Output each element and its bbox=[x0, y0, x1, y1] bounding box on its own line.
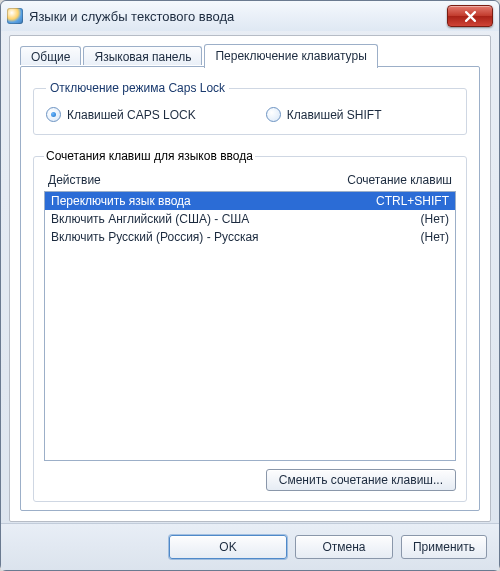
tab-page: Отключение режима Caps Lock Клавишей CAP… bbox=[20, 66, 480, 511]
tab-label: Общие bbox=[31, 50, 70, 64]
col-shortcut-header: Сочетание клавиш bbox=[322, 173, 452, 187]
row-shortcut: (Нет) bbox=[339, 230, 449, 244]
row-action: Включить Русский (Россия) - Русская bbox=[51, 230, 339, 244]
dialog-footer: OK Отмена Применить bbox=[1, 523, 499, 570]
hotkeys-list[interactable]: Переключить язык ввода CTRL+SHIFT Включи… bbox=[44, 191, 456, 461]
client-area: Общие Языковая панель Переключение клави… bbox=[9, 35, 491, 522]
list-row[interactable]: Включить Русский (Россия) - Русская (Нет… bbox=[45, 228, 455, 246]
ok-button[interactable]: OK bbox=[169, 535, 287, 559]
capslock-legend: Отключение режима Caps Lock bbox=[46, 81, 229, 95]
dialog-window: Языки и службы текстового ввода Общие Яз… bbox=[0, 0, 500, 571]
radio-label: Клавишей SHIFT bbox=[287, 108, 382, 122]
radio-dot-icon bbox=[266, 107, 281, 122]
row-shortcut: (Нет) bbox=[339, 212, 449, 226]
radio-label: Клавишей CAPS LOCK bbox=[67, 108, 196, 122]
apply-button[interactable]: Применить bbox=[401, 535, 487, 559]
list-header: Действие Сочетание клавиш bbox=[44, 171, 456, 191]
hotkeys-legend: Сочетания клавиш для языков ввода bbox=[44, 149, 255, 163]
list-row[interactable]: Переключить язык ввода CTRL+SHIFT bbox=[45, 192, 455, 210]
radio-capslock[interactable]: Клавишей CAPS LOCK bbox=[46, 107, 196, 122]
cancel-button[interactable]: Отмена bbox=[295, 535, 393, 559]
capslock-group: Отключение режима Caps Lock Клавишей CAP… bbox=[33, 81, 467, 135]
close-button[interactable] bbox=[447, 5, 493, 27]
tab-strip: Общие Языковая панель Переключение клави… bbox=[20, 44, 480, 67]
window-title: Языки и службы текстового ввода bbox=[29, 9, 234, 24]
tab-label: Переключение клавиатуры bbox=[215, 49, 366, 63]
capslock-options: Клавишей CAPS LOCK Клавишей SHIFT bbox=[46, 107, 454, 122]
tab-label: Языковая панель bbox=[94, 50, 191, 64]
tab-general[interactable]: Общие bbox=[20, 46, 81, 65]
change-hotkey-button[interactable]: Сменить сочетание клавиш... bbox=[266, 469, 456, 491]
row-shortcut: CTRL+SHIFT bbox=[339, 194, 449, 208]
hotkeys-group: Сочетания клавиш для языков ввода Действ… bbox=[33, 149, 467, 502]
radio-shift[interactable]: Клавишей SHIFT bbox=[266, 107, 382, 122]
button-label: Сменить сочетание клавиш... bbox=[279, 473, 443, 487]
tab-keyboard-switch[interactable]: Переключение клавиатуры bbox=[204, 44, 377, 68]
button-label: Отмена bbox=[322, 540, 365, 554]
button-label: Применить bbox=[413, 540, 475, 554]
col-action-header: Действие bbox=[48, 173, 322, 187]
app-icon bbox=[7, 8, 23, 24]
close-icon bbox=[465, 11, 476, 22]
list-row[interactable]: Включить Английский (США) - США (Нет) bbox=[45, 210, 455, 228]
tab-language-bar[interactable]: Языковая панель bbox=[83, 46, 202, 65]
row-action: Включить Английский (США) - США bbox=[51, 212, 339, 226]
button-label: OK bbox=[219, 540, 236, 554]
titlebar[interactable]: Языки и службы текстового ввода bbox=[1, 1, 499, 31]
radio-dot-icon bbox=[46, 107, 61, 122]
row-action: Переключить язык ввода bbox=[51, 194, 339, 208]
